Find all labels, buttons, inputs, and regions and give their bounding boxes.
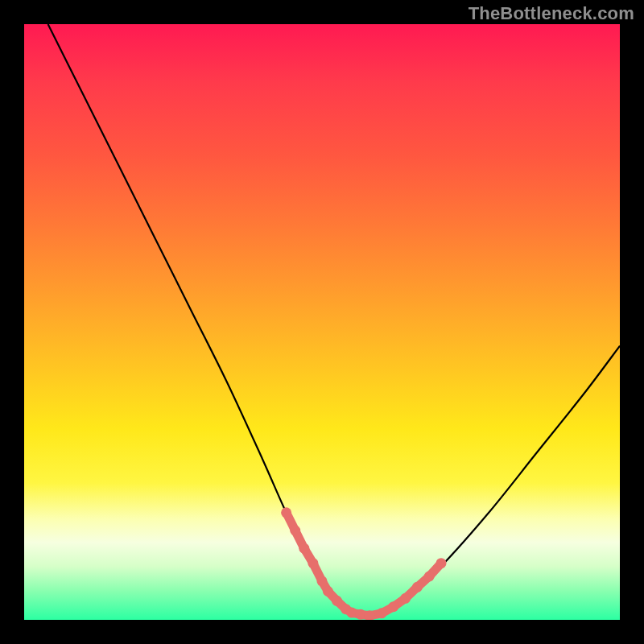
marker-dot	[424, 571, 435, 581]
marker-dot	[323, 586, 333, 597]
marker-dot	[377, 608, 387, 618]
watermark-text: TheBottleneck.com	[469, 3, 634, 24]
marker-dot	[412, 582, 423, 592]
marker-dot	[347, 608, 357, 618]
marker-dot	[290, 526, 300, 536]
marker-dot	[299, 543, 309, 554]
marker-dot	[317, 576, 328, 586]
bottleneck-curve	[48, 24, 620, 617]
marker-dot	[308, 558, 318, 568]
marker-dot	[356, 609, 366, 620]
plot-area	[24, 24, 620, 620]
marker-group	[281, 507, 446, 620]
marker-dot	[436, 558, 447, 568]
marker-dot	[281, 507, 291, 518]
chart-svg	[24, 24, 620, 620]
chart-frame: TheBottleneck.com	[0, 0, 644, 644]
marker-dot	[332, 596, 342, 606]
marker-dot	[400, 593, 411, 604]
marker-dot	[388, 601, 398, 612]
